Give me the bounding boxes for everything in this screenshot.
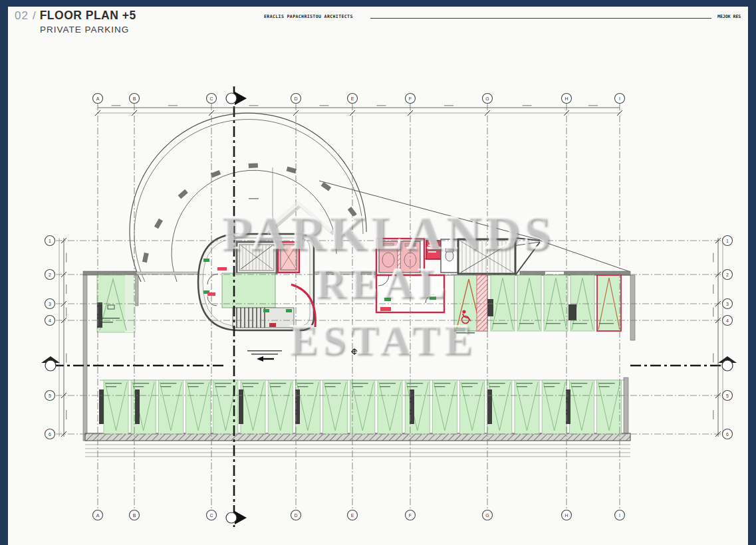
floor-plan-sheet: 02/FLOOR PLAN +5 PRIVATE PARKING ERACLIS… xyxy=(0,0,756,545)
exit-sign xyxy=(430,296,436,300)
svg-text:D: D xyxy=(294,513,297,518)
svg-text:D: D xyxy=(294,96,297,101)
svg-text:H: H xyxy=(565,96,568,101)
red-label xyxy=(269,323,276,327)
svg-text:G: G xyxy=(485,96,489,101)
exit-sign xyxy=(263,309,269,312)
svg-text:F: F xyxy=(409,513,412,518)
svg-text:H: H xyxy=(565,513,568,518)
red-label xyxy=(217,267,227,271)
svg-text:1: 1 xyxy=(726,239,729,243)
svg-text:5: 5 xyxy=(726,393,729,398)
svg-text:1: 1 xyxy=(49,239,51,243)
exit-sign xyxy=(286,309,292,312)
svg-text:A: A xyxy=(96,513,100,518)
watermark-logo xyxy=(265,203,334,234)
svg-text:G: G xyxy=(485,513,489,518)
svg-text:2: 2 xyxy=(726,272,729,277)
left-core xyxy=(198,234,315,330)
svg-text:6: 6 xyxy=(49,432,51,437)
exit-sign xyxy=(203,259,209,262)
service-box-highlight xyxy=(426,241,442,259)
exit-sign xyxy=(384,298,391,301)
svg-text:4: 4 xyxy=(49,318,51,323)
parking-stalls xyxy=(104,275,622,434)
svg-text:C: C xyxy=(209,513,213,518)
red-label xyxy=(380,307,391,311)
flow-arrow xyxy=(257,356,263,362)
svg-text:I: I xyxy=(619,96,620,101)
svg-text:C: C xyxy=(209,96,213,101)
svg-text:4: 4 xyxy=(726,318,729,323)
toilet-icon xyxy=(445,251,453,261)
svg-text:B: B xyxy=(133,513,136,518)
svg-text:3: 3 xyxy=(49,302,51,306)
svg-text:F: F xyxy=(409,96,412,101)
svg-text:6: 6 xyxy=(726,432,729,437)
plan-notes xyxy=(247,348,358,362)
svg-text:E: E xyxy=(351,96,354,101)
green-room xyxy=(222,273,275,308)
floor-plan-drawing: AABBCCDDEEFFGGHHII112233445566 xyxy=(0,0,756,545)
svg-text:E: E xyxy=(351,513,354,518)
svg-text:3: 3 xyxy=(726,302,729,306)
svg-text:2: 2 xyxy=(49,272,51,277)
wheelchair-icon xyxy=(462,310,465,313)
svg-text:I: I xyxy=(619,513,620,518)
svg-text:5: 5 xyxy=(49,393,51,398)
svg-text:A: A xyxy=(96,96,100,101)
svg-text:B: B xyxy=(133,96,136,101)
accessible-stall xyxy=(454,275,487,334)
